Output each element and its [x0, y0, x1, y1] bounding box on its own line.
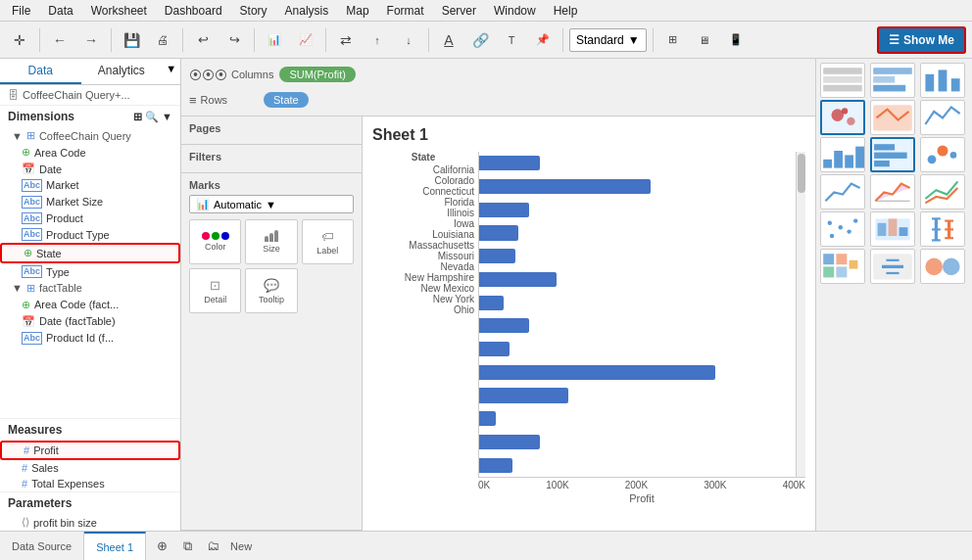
- chart-type-highlight-table[interactable]: [920, 63, 965, 98]
- marks-label-btn[interactable]: 🏷 Label: [302, 219, 354, 264]
- toolbar-chart1[interactable]: 📊: [261, 26, 288, 54]
- menu-window[interactable]: Window: [486, 2, 544, 20]
- bar-row[interactable]: [479, 198, 805, 221]
- toolbar-text[interactable]: T: [498, 26, 525, 54]
- marks-color-btn[interactable]: Color: [189, 219, 241, 264]
- menu-dashboard[interactable]: Dashboard: [157, 2, 230, 20]
- toolbar-print[interactable]: 🖨: [149, 26, 176, 54]
- marks-tooltip-btn[interactable]: 💬 Tooltip: [245, 268, 297, 313]
- dim-type[interactable]: Abc Type: [0, 263, 180, 280]
- toolbar-link[interactable]: 🔗: [466, 26, 494, 54]
- dim-product[interactable]: Abc Product: [0, 210, 180, 227]
- columns-pill[interactable]: SUM(Profit): [279, 67, 355, 82]
- chart-type-text-table[interactable]: [820, 63, 865, 98]
- marks-size-btn[interactable]: Size: [245, 219, 297, 264]
- expand-icon[interactable]: ▼: [162, 111, 172, 123]
- group-facttable[interactable]: ▼ ⊞ factTable: [0, 280, 180, 297]
- toolbar-redo[interactable]: ↪: [220, 26, 248, 54]
- new-dashboard-btn[interactable]: 🗂: [201, 536, 224, 557]
- menu-server[interactable]: Server: [434, 2, 484, 20]
- dim-market-size[interactable]: Abc Market Size: [0, 194, 180, 210]
- dim-product-type[interactable]: Abc Product Type: [0, 226, 180, 243]
- duplicate-sheet-btn[interactable]: ⧉: [175, 536, 199, 557]
- grid-icon[interactable]: ⊞: [133, 111, 142, 123]
- chart-type-heat-map[interactable]: [870, 63, 915, 98]
- measure-profit[interactable]: # Profit: [0, 441, 180, 460]
- measure-sales[interactable]: # Sales: [0, 460, 180, 476]
- marks-type-dropdown[interactable]: 📊 Automatic ▼: [189, 195, 354, 213]
- panel-options[interactable]: ▼: [162, 59, 180, 84]
- menu-format[interactable]: Format: [379, 2, 432, 20]
- chart-type-gantt-chart[interactable]: [870, 249, 915, 284]
- menu-analysis[interactable]: Analysis: [277, 2, 337, 20]
- show-me-button[interactable]: ☰ Show Me: [877, 26, 966, 54]
- new-sheet-btn[interactable]: ⊕: [150, 536, 173, 557]
- menu-map[interactable]: Map: [338, 2, 376, 20]
- chart-type-pie-chart[interactable]: [920, 100, 965, 135]
- chart-type-box-whisker[interactable]: [920, 211, 965, 247]
- data-source-tab[interactable]: Data Source: [0, 532, 84, 560]
- param-profit-bin[interactable]: ⟨⟩ profit bin size: [0, 514, 180, 531]
- toolbar-back[interactable]: ←: [46, 26, 73, 54]
- search-icon[interactable]: 🔍: [145, 111, 159, 123]
- group-coffeechain[interactable]: ▼ ⊞ CoffeeChain Query: [0, 127, 180, 144]
- bar-row[interactable]: [479, 245, 805, 268]
- dim-areacode-fact[interactable]: ⊕ Area Code (fact...: [0, 297, 180, 313]
- menu-worksheet[interactable]: Worksheet: [83, 2, 155, 20]
- bar-row[interactable]: [479, 175, 805, 199]
- toolbar-forward[interactable]: →: [77, 26, 105, 54]
- chart-type-bubble-chart[interactable]: [920, 249, 965, 284]
- bar-row[interactable]: [479, 221, 805, 245]
- bar-row[interactable]: [479, 291, 805, 314]
- dim-date[interactable]: 📅 Date: [0, 161, 180, 177]
- sheet1-tab[interactable]: Sheet 1: [84, 532, 146, 560]
- toolbar-sort-asc[interactable]: ↑: [364, 26, 391, 54]
- dim-market[interactable]: Abc Market: [0, 177, 180, 194]
- chart-type-filled-map[interactable]: [870, 100, 915, 135]
- toolbar-underline[interactable]: A: [435, 26, 462, 54]
- bar-row[interactable]: [479, 338, 805, 361]
- standard-dropdown[interactable]: Standard ▼: [569, 28, 647, 52]
- chart-type-scatter-plot[interactable]: [820, 211, 865, 247]
- toolbar-undo[interactable]: ↩: [189, 26, 217, 54]
- menu-help[interactable]: Help: [546, 2, 586, 20]
- toolbar-monitor[interactable]: 🖥: [691, 26, 718, 54]
- bar-row[interactable]: [479, 360, 805, 384]
- dim-productid-fact[interactable]: Abc Product Id (f...: [0, 330, 180, 347]
- toolbar-crosshair[interactable]: ✛: [6, 26, 33, 54]
- toolbar-swap[interactable]: ⇄: [332, 26, 360, 54]
- bar-row[interactable]: [479, 453, 805, 477]
- chart-type-horiz-bar-chart[interactable]: [870, 137, 915, 172]
- toolbar-device[interactable]: 📱: [722, 26, 750, 54]
- menu-file[interactable]: File: [4, 2, 38, 20]
- chart-type-line-chart[interactable]: [820, 174, 865, 210]
- tab-analytics[interactable]: Analytics: [81, 59, 163, 84]
- chart-type-dual-line-chart[interactable]: [920, 174, 965, 210]
- menu-story[interactable]: Story: [232, 2, 275, 20]
- dim-area-code[interactable]: ⊕ Area Code: [0, 144, 180, 161]
- toolbar-chart2[interactable]: 📈: [292, 26, 319, 54]
- toolbar-grid[interactable]: ⊞: [659, 26, 687, 54]
- chart-type-treemap[interactable]: [820, 249, 865, 284]
- bar-row[interactable]: [479, 152, 805, 175]
- toolbar-pin[interactable]: 📌: [529, 26, 557, 54]
- chart-type-bar-chart[interactable]: [820, 137, 865, 172]
- chart-type-area-chart[interactable]: [870, 174, 915, 210]
- dim-state[interactable]: ⊕ State: [0, 243, 180, 263]
- menu-data[interactable]: Data: [40, 2, 80, 20]
- bar-row[interactable]: [479, 431, 805, 454]
- bar-row[interactable]: [479, 314, 805, 338]
- tab-data[interactable]: Data: [0, 59, 81, 84]
- chart-type-histogram[interactable]: [870, 211, 915, 247]
- chart-type-symbol-map[interactable]: [820, 100, 865, 135]
- measure-total-expenses[interactable]: # Total Expenses: [0, 476, 180, 491]
- marks-detail-btn[interactable]: ⊡ Detail: [189, 268, 241, 313]
- toolbar-save[interactable]: 💾: [118, 26, 145, 54]
- rows-pill[interactable]: State: [264, 92, 309, 108]
- toolbar-sort-desc[interactable]: ↓: [395, 26, 422, 54]
- bar-row[interactable]: [479, 407, 805, 431]
- dim-date-fact[interactable]: 📅 Date (factTable): [0, 313, 180, 330]
- bar-row[interactable]: [479, 268, 805, 292]
- bar-row[interactable]: [479, 384, 805, 407]
- chart-type-stacked-bar-chart[interactable]: [920, 137, 965, 172]
